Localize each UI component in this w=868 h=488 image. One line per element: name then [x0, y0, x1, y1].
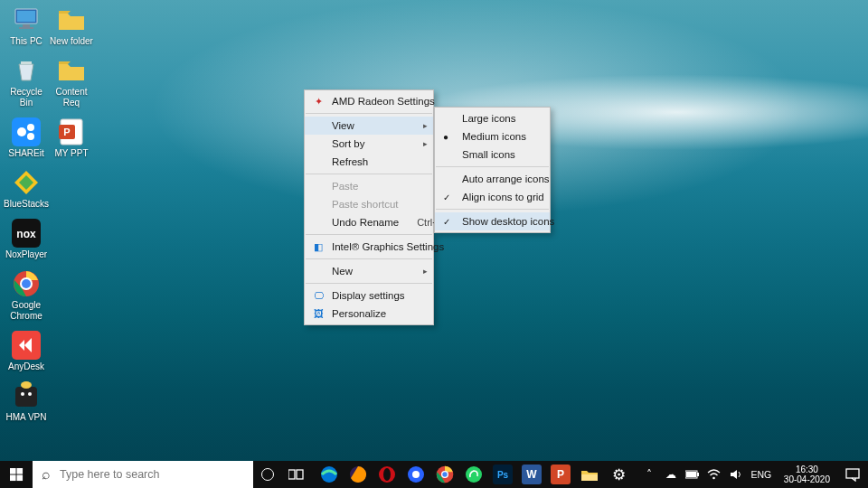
- taskbar-chrome-canary[interactable]: [401, 461, 430, 488]
- taskbar-edge[interactable]: [315, 461, 344, 488]
- taskbar-powerpoint[interactable]: P: [546, 461, 575, 488]
- svg-rect-1: [17, 11, 35, 22]
- separator: [306, 113, 432, 114]
- desktop-icon-content-req[interactable]: Content Req: [49, 56, 94, 108]
- svg-rect-3: [19, 27, 33, 29]
- separator: [306, 174, 432, 174]
- svg-point-6: [17, 127, 26, 136]
- svg-rect-23: [16, 468, 23, 474]
- svg-point-37: [466, 466, 482, 483]
- menu-undo-rename[interactable]: Undo RenameCtrl+Z: [305, 213, 433, 231]
- svg-rect-25: [16, 474, 23, 481]
- svg-rect-24: [10, 474, 16, 481]
- menu-new[interactable]: New▸: [305, 262, 433, 280]
- desktop-icons-col2: New folder Content Req P MY PPT: [49, 5, 99, 168]
- submenu-medium-icons[interactable]: ●Medium icons: [435, 127, 550, 145]
- svg-text:nox: nox: [16, 228, 36, 240]
- desktop-icon-new-folder[interactable]: New folder: [49, 5, 94, 47]
- desktop-icon-this-pc[interactable]: This PC: [4, 5, 49, 47]
- taskbar-word[interactable]: W: [517, 461, 546, 488]
- menu-sort-by[interactable]: Sort by▸: [305, 135, 433, 153]
- submenu-large-icons[interactable]: Large icons: [435, 109, 550, 127]
- svg-rect-27: [297, 470, 303, 479]
- start-button[interactable]: [0, 461, 33, 488]
- submenu-auto-arrange[interactable]: Auto arrange icons: [435, 170, 550, 188]
- svg-rect-2: [23, 24, 30, 27]
- svg-rect-38: [581, 474, 598, 481]
- tray-wifi-icon[interactable]: [706, 469, 722, 480]
- desktop[interactable]: This PC Recycle Bin SHAREit BlueStacks n…: [0, 0, 868, 488]
- desktop-icon-noxplayer[interactable]: nox NoxPlayer: [4, 219, 49, 260]
- search-box[interactable]: ⌕: [33, 461, 253, 488]
- menu-refresh[interactable]: Refresh: [305, 153, 433, 171]
- taskbar-file-explorer[interactable]: [575, 461, 604, 488]
- svg-rect-43: [846, 469, 859, 478]
- bullet-icon: ●: [443, 132, 448, 142]
- separator: [306, 234, 432, 235]
- svg-point-16: [21, 392, 24, 396]
- submenu-show-desktop-icons[interactable]: ✓Show desktop icons: [435, 212, 550, 230]
- task-view-button[interactable]: [282, 461, 311, 488]
- svg-point-18: [21, 381, 32, 389]
- cortana-button[interactable]: [253, 461, 282, 488]
- submenu-small-icons[interactable]: Small icons: [435, 145, 550, 164]
- desktop-icon-my-ppt[interactable]: P MY PPT: [49, 117, 94, 159]
- submenu-align-to-grid[interactable]: ✓Align icons to grid: [435, 188, 550, 206]
- svg-text:P: P: [63, 127, 70, 137]
- svg-rect-15: [15, 387, 37, 407]
- svg-point-42: [713, 477, 716, 480]
- desktop-icon-hma-vpn[interactable]: HMA VPN: [4, 381, 49, 423]
- separator: [306, 283, 432, 284]
- svg-point-17: [28, 392, 32, 396]
- search-icon: ⌕: [42, 466, 51, 483]
- taskbar-firefox[interactable]: [344, 461, 373, 488]
- separator: [436, 209, 549, 210]
- menu-paste-shortcut: Paste shortcut: [305, 195, 433, 213]
- svg-point-33: [412, 471, 420, 478]
- svg-rect-41: [686, 472, 696, 477]
- separator: [436, 166, 549, 167]
- tray-notifications[interactable]: [841, 468, 864, 482]
- view-submenu: Large icons ●Medium icons Small icons Au…: [434, 107, 551, 233]
- desktop-context-menu: ✦AMD Radeon Settings View▸ Sort by▸ Refr…: [304, 89, 434, 325]
- svg-rect-26: [288, 470, 295, 479]
- taskbar-opera[interactable]: [373, 461, 401, 488]
- desktop-icon-anydesk[interactable]: AnyDesk: [4, 331, 49, 372]
- taskbar-chrome[interactable]: [430, 461, 459, 488]
- check-icon: ✓: [443, 192, 450, 202]
- menu-personalize[interactable]: 🖼Personalize: [305, 305, 433, 323]
- menu-intel-graphics[interactable]: ◧Intel® Graphics Settings: [305, 238, 433, 256]
- taskbar-whatsapp[interactable]: [459, 461, 488, 488]
- search-input[interactable]: [60, 468, 244, 481]
- tray-onedrive-icon[interactable]: ☁: [663, 468, 679, 481]
- chevron-right-icon: ▸: [423, 121, 428, 130]
- svg-point-7: [27, 124, 34, 131]
- svg-point-36: [442, 472, 447, 476]
- desktop-icon-recycle-bin[interactable]: Recycle Bin: [4, 56, 49, 108]
- desktop-icon-google-chrome[interactable]: Google Chrome: [4, 269, 49, 322]
- menu-view[interactable]: View▸: [305, 117, 433, 135]
- tray-language[interactable]: ENG: [750, 469, 773, 480]
- chevron-right-icon: ▸: [423, 267, 428, 276]
- taskbar-settings[interactable]: ⚙: [604, 461, 633, 488]
- tray-show-hidden[interactable]: ˄: [641, 468, 657, 481]
- system-tray: ˄ ☁ ENG 16:30 30-04-2020: [641, 461, 868, 488]
- svg-point-8: [27, 133, 34, 140]
- check-icon: ✓: [443, 217, 450, 227]
- tray-clock[interactable]: 16:30 30-04-2020: [778, 465, 835, 484]
- tray-battery-icon[interactable]: [684, 470, 701, 479]
- taskbar: ⌕ Ps W P ⚙ ˄ ☁ ENG 16:30 3: [0, 461, 868, 488]
- menu-display-settings[interactable]: 🖵Display settings: [305, 286, 433, 305]
- svg-point-13: [22, 279, 31, 288]
- desktop-icon-bluestacks[interactable]: BlueStacks: [4, 168, 49, 210]
- svg-point-31: [383, 468, 391, 481]
- svg-rect-4: [21, 61, 32, 64]
- menu-paste: Paste: [305, 177, 433, 195]
- svg-rect-40: [697, 473, 699, 476]
- taskbar-pinned-apps: Ps W P ⚙: [315, 461, 633, 488]
- desktop-icon-shareit[interactable]: SHAREit: [4, 117, 49, 159]
- taskbar-photoshop[interactable]: Ps: [488, 461, 517, 488]
- menu-amd-radeon[interactable]: ✦AMD Radeon Settings: [305, 92, 433, 110]
- tray-volume-icon[interactable]: [728, 469, 744, 480]
- svg-rect-22: [10, 468, 16, 474]
